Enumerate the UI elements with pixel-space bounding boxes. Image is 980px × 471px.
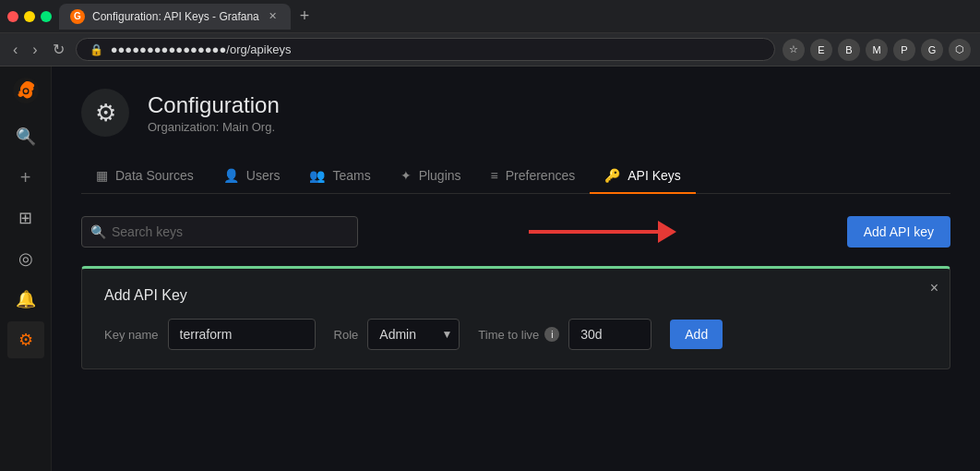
toolbar: 🔍 Add API key [81, 216, 950, 248]
ext-button-3[interactable]: M [866, 39, 888, 61]
reload-button[interactable]: ↻ [49, 39, 68, 60]
page-header-text: Configuration Organization: Main Org. [148, 92, 280, 134]
sidebar-item-add[interactable]: + [7, 159, 44, 196]
window-maximize-button[interactable] [41, 11, 52, 22]
grafana-logo-icon [13, 78, 39, 103]
data-sources-icon: ▦ [96, 168, 108, 183]
dialog-form: Key name Role Admin Editor Viewer ▼ [104, 319, 927, 350]
sidebar-item-explore[interactable]: ◎ [7, 240, 44, 277]
lock-icon: 🔒 [90, 43, 103, 56]
ttl-group: Time to live i [478, 319, 651, 350]
explore-icon: ◎ [18, 248, 33, 269]
tab-bar: G Configuration: API Keys - Grafana ✕ + [59, 4, 315, 30]
sidebar-item-dashboards[interactable]: ⊞ [7, 199, 44, 236]
tab-users[interactable]: 👤 Users [209, 159, 295, 194]
ttl-label-wrap: Time to live i [478, 327, 559, 342]
url-text: ●●●●●●●●●●●●●●●●/org/apikeys [111, 42, 292, 56]
plugins-icon: ✦ [400, 168, 412, 183]
sidebar-item-alerting[interactable]: 🔔 [7, 281, 44, 318]
tab-plugins[interactable]: ✦ Plugins [386, 159, 476, 194]
ext-button-1[interactable]: E [810, 39, 832, 61]
sidebar-item-search[interactable]: 🔍 [7, 118, 44, 155]
sidebar: 🔍 + ⊞ ◎ 🔔 ⚙ [0, 66, 52, 471]
config-gear-icon: ⚙ [95, 99, 116, 127]
search-icon: 🔍 [16, 127, 36, 147]
role-select[interactable]: Admin Editor Viewer [367, 319, 460, 350]
tab-teams[interactable]: 👥 Teams [294, 159, 385, 194]
svg-point-2 [23, 90, 27, 93]
forward-button[interactable]: › [29, 40, 41, 60]
address-bar[interactable]: 🔒 ●●●●●●●●●●●●●●●●/org/apikeys [76, 38, 775, 61]
ext-button-5[interactable]: G [921, 39, 943, 61]
key-name-label: Key name [104, 328, 159, 342]
bell-icon: 🔔 [16, 289, 36, 309]
search-input[interactable] [81, 216, 358, 248]
api-keys-icon: 🔑 [604, 168, 620, 183]
add-api-key-button[interactable]: Add API key [847, 216, 950, 248]
users-icon: 👤 [223, 168, 239, 183]
page-title: Configuration [148, 92, 280, 118]
search-wrapper: 🔍 [81, 216, 358, 248]
back-button[interactable]: ‹ [9, 40, 21, 60]
new-tab-button[interactable]: + [294, 5, 316, 28]
bookmark-button[interactable]: ☆ [783, 39, 805, 61]
preferences-icon: ≡ [491, 168, 498, 183]
active-browser-tab[interactable]: G Configuration: API Keys - Grafana ✕ [59, 4, 291, 30]
main-content: ⚙ Configuration Organization: Main Org. … [52, 66, 980, 471]
teams-icon: 👥 [309, 168, 325, 183]
tab-close-button[interactable]: ✕ [267, 10, 280, 23]
role-group: Role Admin Editor Viewer ▼ [334, 319, 460, 350]
window-close-button[interactable] [7, 11, 18, 22]
dialog-add-button[interactable]: Add [670, 320, 723, 349]
browser-action-buttons: ☆ E B M P G ⬡ [783, 39, 971, 61]
tab-preferences[interactable]: ≡ Preferences [476, 159, 591, 194]
tab-data-sources[interactable]: ▦ Data Sources [81, 159, 209, 194]
key-name-group: Key name [104, 319, 316, 350]
tab-favicon: G [70, 9, 85, 24]
role-select-wrap: Admin Editor Viewer ▼ [367, 319, 460, 350]
dashboard-icon: ⊞ [18, 208, 32, 228]
sidebar-item-configuration[interactable]: ⚙ [7, 321, 44, 358]
window-controls [7, 11, 52, 22]
info-icon[interactable]: i [544, 327, 559, 342]
address-bar-row: ‹ › ↻ 🔒 ●●●●●●●●●●●●●●●●/org/apikeys ☆ E… [0, 33, 980, 66]
plus-icon: + [20, 167, 31, 188]
window-minimize-button[interactable] [24, 11, 35, 22]
tab-api-keys-label: API Keys [627, 168, 681, 183]
search-icon-small: 🔍 [90, 224, 106, 239]
role-label: Role [334, 328, 359, 342]
ext-button-2[interactable]: B [838, 39, 860, 61]
ttl-input[interactable] [568, 319, 651, 350]
sidebar-logo[interactable] [9, 74, 42, 107]
arrow-head [658, 221, 676, 243]
tab-api-keys[interactable]: 🔑 API Keys [590, 159, 696, 194]
tab-teams-label: Teams [332, 168, 370, 183]
tab-data-sources-label: Data Sources [115, 168, 194, 183]
page-header: ⚙ Configuration Organization: Main Org. [81, 89, 950, 137]
add-api-key-dialog: Add API Key × Key name Role Admin Editor… [81, 266, 950, 369]
page-subtitle: Organization: Main Org. [148, 120, 280, 134]
tab-users-label: Users [246, 168, 281, 183]
dialog-close-button[interactable]: × [930, 280, 938, 296]
nav-tabs: ▦ Data Sources 👤 Users 👥 Teams ✦ Plugins… [81, 159, 950, 194]
app-layout: 🔍 + ⊞ ◎ 🔔 ⚙ ⚙ Configuration Organization… [0, 66, 980, 471]
ttl-label: Time to live [478, 328, 539, 342]
tab-preferences-label: Preferences [506, 168, 575, 183]
tab-title: Configuration: API Keys - Grafana [92, 10, 259, 23]
config-icon-wrapper: ⚙ [81, 89, 129, 137]
arrow-line [529, 230, 658, 234]
tab-plugins-label: Plugins [419, 168, 461, 183]
ext-button-6[interactable]: ⬡ [949, 39, 971, 61]
browser-tab-bar: G Configuration: API Keys - Grafana ✕ + [0, 0, 980, 33]
key-name-input[interactable] [168, 319, 316, 350]
dialog-title: Add API Key [104, 287, 927, 304]
ext-button-4[interactable]: P [893, 39, 915, 61]
gear-icon: ⚙ [18, 330, 33, 350]
